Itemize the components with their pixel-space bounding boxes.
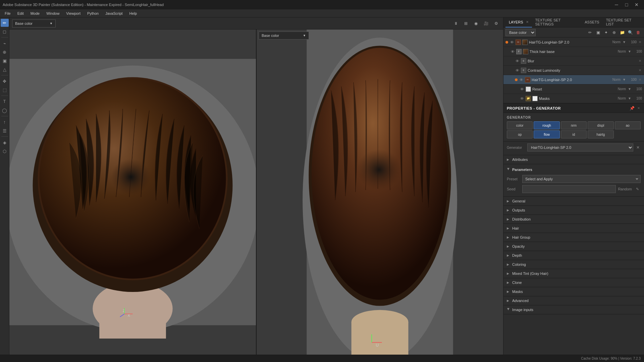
layer-eye-4[interactable]: 👁 [515,68,520,73]
smudge-tool-btn[interactable]: ⌁ [1,39,9,47]
paint-tool-btn[interactable]: ✏ [1,19,9,27]
layer-tool-btn[interactable]: ☰ [1,127,9,135]
gen-btn-hairtg[interactable]: hairtg [588,130,613,138]
camera-btn[interactable]: 🎥 [482,19,490,28]
layer-item-7[interactable]: 👁 📁 Masks Norm ▼ 100 [503,94,644,103]
layer-eye-2[interactable]: 👁 [510,49,515,54]
layer-eye-6[interactable]: 👁 [520,87,524,92]
viewport-left[interactable]: X Z [9,29,257,355]
advanced-header[interactable]: ▶ Advanced [503,296,644,305]
menu-javascript[interactable]: JavaScript [102,9,126,17]
transform-tool-btn[interactable]: ✥ [1,77,9,85]
properties-close-btn[interactable]: ✕ [637,106,641,110]
tab-texture-set-list[interactable]: TEXTURE SET LIST [603,17,642,27]
search-layers-btn[interactable]: 🔍 [627,29,634,36]
render-btn[interactable]: ◉ [472,19,480,28]
delete-layer-btn[interactable]: 🗑 [635,29,642,36]
gen-btn-flow[interactable]: flow [534,130,559,138]
display-mode-btn[interactable]: ⊞ [462,19,470,28]
layer-item-2[interactable]: 👁 F Thick hair base Norm ▼ 100 [503,47,644,56]
layer-close-1[interactable]: ✕ [638,40,642,44]
layer-close-4[interactable]: ✕ [638,68,642,72]
fill-tool-btn[interactable]: ▣ [1,57,9,65]
general-header[interactable]: ▶ General [503,197,644,205]
tab-assets[interactable]: ASSETS [581,17,602,27]
outputs-header[interactable]: ▶ Outputs [503,206,644,215]
close-btn[interactable]: ✕ [632,0,641,9]
seed-edit-btn[interactable]: ✎ [634,186,641,192]
hair-group-header[interactable]: ▶ Hair Group [503,233,644,242]
layer-eye-3[interactable]: 👁 [515,59,520,63]
depth-header[interactable]: ▶ Depth [503,251,644,260]
gen-btn-color[interactable]: color [507,121,533,129]
menu-mode[interactable]: Mode [27,9,43,17]
layer-name-4: Contrast Luminosity [528,68,637,72]
layer-blend-2: Norm [618,50,626,53]
clone-header[interactable]: ▶ Clone [503,278,644,287]
right-channel-dropdown[interactable]: Base color ▼ [259,32,309,40]
paint-layer-btn[interactable]: ✏ [586,29,594,36]
seed-input[interactable] [522,185,616,193]
generator-dropdown-section: Generator HairTG-LongHair-SP 2.0 ✕ [503,141,644,155]
add-folder-btn[interactable]: 📁 [619,29,626,36]
menu-edit[interactable]: Edit [14,9,27,17]
gen-btn-rough[interactable]: rough [534,121,559,129]
generator-clear-btn[interactable]: ✕ [635,145,641,150]
image-inputs-header[interactable]: ▶ Image inputs [503,305,644,314]
eraser-tool-btn[interactable]: ◻ [1,27,9,36]
selection-tool-btn[interactable]: ⬚ [1,86,9,94]
tab-layers-close[interactable]: ✕ [526,20,529,24]
menu-file[interactable]: File [1,9,14,17]
layer-item-6[interactable]: 👁 Reset Norm ▼ 100 [503,84,644,94]
blend-mode-select[interactable]: Base color Norm [505,29,536,36]
mixed-tint-header[interactable]: ▶ Mixed Tint (Gray Hair) [503,269,644,278]
tab-texture-set-settings[interactable]: TEXTURE SET SETTINGS [532,17,582,27]
preset-select[interactable]: Select and Apply Default Custom [522,175,641,183]
generator-select[interactable]: HairTG-LongHair-SP 2.0 [527,143,633,152]
clone-tool-btn[interactable]: ⊕ [1,48,9,56]
layer-item-3[interactable]: 👁 E Blur ✕ [503,56,644,66]
menu-viewport[interactable]: Viewport [63,9,84,17]
coloring-header[interactable]: ▶ Coloring [503,260,644,269]
menu-window[interactable]: Window [43,9,63,17]
left-channel-dropdown[interactable]: Base color ▼ [12,19,56,27]
minimize-btn[interactable]: ─ [612,0,621,9]
menu-python[interactable]: Python [84,9,102,17]
add-effect-btn[interactable]: ✦ [602,29,610,36]
pin-icon[interactable]: 📌 [630,106,635,111]
fill-layer-btn[interactable]: ▣ [594,29,602,36]
layer-item-1[interactable]: 👁 H HairTG-LongHair-SP 2.0 Norm ▼ 100 ✕ [503,38,644,47]
maximize-btn[interactable]: □ [622,0,631,9]
hair-header[interactable]: ▶ Hair [503,224,644,233]
export-tool-btn[interactable]: ↑ [1,118,9,126]
gen-btn-nrm[interactable]: nrm [561,121,587,129]
blur-tool-btn[interactable]: ◯ [1,106,9,114]
parameters-header[interactable]: ▶ Parameters [507,166,641,173]
picker-tool-btn[interactable]: ◈ [1,138,9,146]
masks-header[interactable]: ▶ Masks [503,287,644,296]
pause-btn[interactable]: ⏸ [451,19,460,28]
gen-btn-op[interactable]: op [507,130,533,138]
viewport-settings-btn[interactable]: ⚙ [492,19,500,28]
layer-eye-5[interactable]: 👁 [519,77,524,82]
gen-btn-displ[interactable]: displ [588,121,613,129]
attributes-header[interactable]: ▶ Attributes [503,155,644,164]
opacity-header[interactable]: ▶ Opacity [503,242,644,251]
gen-btn-id[interactable]: id [561,130,587,138]
tab-layers[interactable]: LAYERS ✕ [505,17,532,27]
hair-group-title: Hair Group [512,235,530,239]
layer-eye-1[interactable]: 👁 [509,40,514,45]
distribution-header[interactable]: ▶ Distribution [503,215,644,224]
layer-close-3[interactable]: ✕ [638,59,642,63]
viewport-right[interactable]: Base color ▼ [257,29,503,355]
gen-btn-ao[interactable]: ao [615,121,641,129]
geometry-tool-btn[interactable]: △ [1,65,9,73]
layer-item-4[interactable]: 👁 E Contrast Luminosity ✕ [503,66,644,75]
add-mask-btn[interactable]: ⊕ [610,29,618,36]
text-tool-btn[interactable]: T [1,98,9,106]
extra-tool-btn[interactable]: ⬡ [1,147,9,155]
layer-eye-7[interactable]: 👁 [520,96,524,101]
menu-help[interactable]: Help [126,9,141,17]
layer-item-5[interactable]: 👁 H HairTG-LongHair-SP 2.0 Norm ▼ 100 ✕ [503,75,644,84]
layer-close-5[interactable]: ✕ [638,78,642,82]
